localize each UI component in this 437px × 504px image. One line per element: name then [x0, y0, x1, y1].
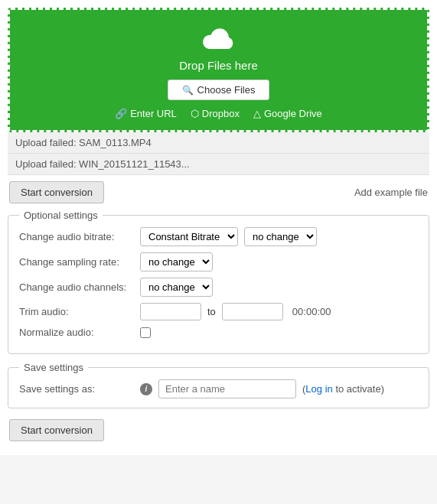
sampling-rate-row: Change sampling rate: no change 8000 Hz … [19, 252, 418, 272]
trim-start-input[interactable] [140, 303, 201, 320]
bottom-action-row: Start conversion [8, 416, 429, 447]
upload-error-1: Upload failed: SAM_0113.MP4 [8, 132, 429, 154]
normalize-audio-label: Normalize audio: [19, 327, 134, 338]
trim-audio-label: Trim audio: [19, 306, 134, 317]
google-drive-label: Google Drive [264, 108, 322, 119]
enter-url-link[interactable]: 🔗 Enter URL [115, 108, 177, 119]
choose-files-button[interactable]: 🔍 Choose Files [168, 80, 270, 100]
dropbox-link[interactable]: ⬡ Dropbox [191, 108, 240, 119]
enter-url-label: Enter URL [130, 108, 177, 119]
link-icon: 🔗 [115, 108, 127, 119]
dropbox-label: Dropbox [202, 108, 240, 119]
normalize-audio-row: Normalize audio: [19, 327, 418, 338]
save-settings-legend: Save settings [19, 362, 88, 373]
action-row: Start conversion Add example file [8, 175, 429, 210]
audio-bitrate-row: Change audio bitrate: Constant Bitrate V… [19, 227, 418, 246]
save-settings-row: Save settings as: i (Log in to activate) [19, 379, 418, 398]
drop-zone: Drop Files here 🔍 Choose Files 🔗 Enter U… [8, 8, 429, 132]
optional-settings-fieldset: Optional settings Change audio bitrate: … [8, 210, 429, 354]
drop-label: Drop Files here [18, 59, 419, 72]
upload-error-2: Upload failed: WIN_20151121_11543... [8, 154, 429, 175]
optional-settings-legend: Optional settings [19, 210, 103, 221]
save-settings-label: Save settings as: [19, 383, 134, 395]
add-example-link[interactable]: Add example file [354, 187, 428, 198]
search-icon: 🔍 [182, 85, 194, 96]
trim-end-input[interactable] [222, 303, 283, 320]
login-prompt: (Log in to activate) [302, 383, 384, 395]
page-wrapper: Drop Files here 🔍 Choose Files 🔗 Enter U… [0, 0, 437, 455]
start-conversion-button-bottom[interactable]: Start conversion [9, 419, 104, 441]
start-conversion-button-top[interactable]: Start conversion [9, 181, 104, 203]
save-name-input[interactable] [158, 379, 296, 398]
drop-zone-links: 🔗 Enter URL ⬡ Dropbox △ Google Drive [18, 108, 419, 119]
audio-channels-label: Change audio channels: [19, 281, 134, 293]
audio-bitrate-value-select[interactable]: no change 32 kbit/s 64 kbit/s 128 kbit/s… [244, 227, 317, 246]
save-settings-fieldset: Save settings Save settings as: i (Log i… [8, 362, 429, 408]
audio-channels-row: Change audio channels: no change 1 (Mono… [19, 278, 418, 297]
audio-bitrate-type-select[interactable]: Constant Bitrate Variable Bitrate [140, 227, 238, 246]
login-link[interactable]: Log in [305, 383, 332, 395]
google-drive-link[interactable]: △ Google Drive [253, 108, 322, 119]
trim-to-label: to [207, 306, 216, 317]
info-icon[interactable]: i [140, 383, 152, 395]
google-drive-icon: △ [253, 108, 261, 119]
sampling-rate-label: Change sampling rate: [19, 256, 134, 268]
audio-bitrate-label: Change audio bitrate: [19, 231, 134, 242]
upload-cloud-icon [18, 24, 419, 54]
trim-audio-row: Trim audio: to 00:00:00 [19, 303, 418, 320]
dropbox-icon: ⬡ [191, 108, 199, 119]
normalize-audio-checkbox[interactable] [140, 327, 151, 338]
sampling-rate-select[interactable]: no change 8000 Hz 11025 Hz 16000 Hz 2205… [140, 252, 213, 272]
trim-time-display: 00:00:00 [292, 306, 331, 317]
choose-files-label: Choose Files [197, 84, 256, 96]
audio-channels-select[interactable]: no change 1 (Mono) 2 (Stereo) [140, 278, 213, 297]
